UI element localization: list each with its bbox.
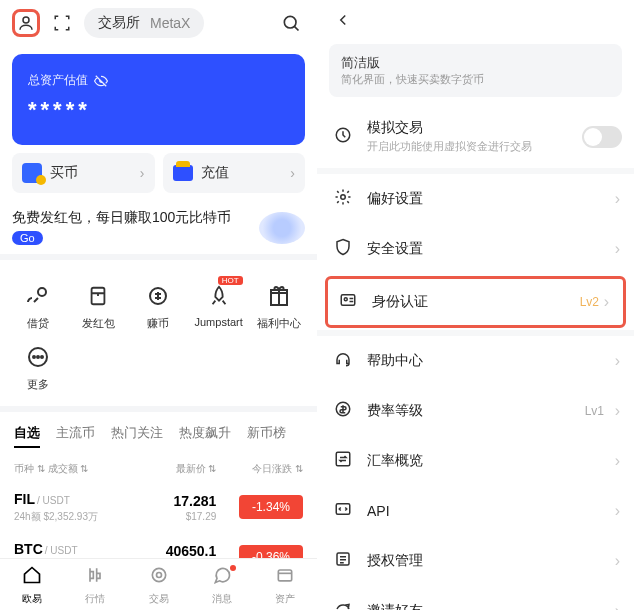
coin-icon [144,282,172,310]
gear-icon [333,188,353,210]
gift-icon [265,282,293,310]
sim-icon [333,126,353,148]
settings-dollar[interactable]: 费率等级Lv1 [317,386,634,436]
svg-point-8 [41,356,43,358]
lite-banner[interactable]: 简洁版 简化界面，快速买卖数字货币 [329,44,622,97]
market-row[interactable]: FIL/ USDT24h额 $2,352.93万17.281$17.29-1.3… [0,482,317,532]
settings-auth[interactable]: 授权管理 [317,536,634,586]
buy-button[interactable]: 买币 [12,153,155,193]
grid-label: 借贷 [27,316,49,331]
more-icon [24,343,52,371]
identity-row[interactable]: 身份认证 Lv2 [328,279,623,325]
banner-desc: 简化界面，快速买卖数字货币 [341,72,484,87]
go-badge: Go [12,231,43,245]
tab-4[interactable]: 新币榜 [247,424,286,448]
tabbar-4[interactable]: 资产 [254,565,317,606]
grid-gift[interactable]: 福利中心 [249,276,309,337]
tabbar-1[interactable]: 行情 [63,565,126,606]
deposit-button[interactable]: 充值 [163,153,306,193]
market-tabs: 自选主流币热门关注热度飙升新币榜 [0,406,317,456]
grid-label: 赚币 [147,316,169,331]
svg-point-7 [37,356,39,358]
balance-value: ***** [28,97,289,123]
svg-point-10 [156,573,161,578]
code-icon [333,500,353,522]
exchange-icon [333,450,353,472]
banner-title: 简洁版 [341,54,484,72]
settings-gear[interactable]: 偏好设置 [317,174,634,224]
promo-banner[interactable]: 免费发红包，每日赚取100元比特币 Go [12,209,305,246]
grid-coin[interactable]: 赚币 [128,276,188,337]
tab-2[interactable]: 热门关注 [111,424,163,448]
back-icon[interactable] [329,6,357,34]
svg-point-6 [33,356,35,358]
rocket-icon: HOT [205,282,233,310]
grid-label: 更多 [27,377,49,392]
settings-headset[interactable]: 帮助中心 [317,336,634,386]
identity-label: 身份认证 [372,293,566,311]
grid-packet[interactable]: 发红包 [68,276,128,337]
tab-3[interactable]: 热度飙升 [179,424,231,448]
pill-exchange: 交易所 [98,14,140,32]
svg-rect-17 [336,452,350,466]
promo-image [259,212,305,244]
credit-icon [24,282,52,310]
svg-point-0 [23,17,29,23]
settings-screen: 简洁版 简化界面，快速买卖数字货币 模拟交易 开启此功能使用虚拟资金进行交易 偏… [317,0,634,610]
pill-metax: MetaX [150,15,190,31]
packet-icon [84,282,112,310]
settings-code[interactable]: API [317,486,634,536]
svg-point-1 [284,16,296,28]
grid-credit[interactable]: 借贷 [8,276,68,337]
balance-card[interactable]: 总资产估值 ***** [12,54,305,145]
svg-rect-14 [341,295,355,306]
svg-point-13 [341,195,346,200]
auth-icon [333,550,353,572]
grid-more[interactable]: 更多 [8,337,68,398]
grid-label: 福利中心 [257,316,301,331]
promo-text: 免费发红包，每日赚取100元比特币 [12,209,231,227]
buy-icon [22,163,42,183]
svg-rect-11 [279,570,292,581]
shield-icon [333,238,353,260]
tab-1[interactable]: 主流币 [56,424,95,448]
eye-off-icon [94,74,108,88]
settings-exchange[interactable]: 汇率概览 [317,436,634,486]
scan-icon[interactable] [48,9,76,37]
svg-point-15 [344,298,347,301]
settings-header [317,0,634,40]
action-row: 买币 充值 [0,153,317,193]
share-icon [333,600,353,610]
table-header: 币种 ⇅ 成交额 ⇅ 最新价 ⇅ 今日涨跌 ⇅ [0,456,317,482]
tabbar-2[interactable]: 交易 [127,565,190,606]
sim-desc: 开启此功能使用虚拟资金进行交易 [367,139,568,154]
sim-trading-row[interactable]: 模拟交易 开启此功能使用虚拟资金进行交易 [317,105,634,168]
tabbar-3[interactable]: 消息 [190,565,253,606]
grid-rocket[interactable]: HOTJumpstart [189,276,249,337]
main-screen: 交易所 MetaX 总资产估值 ***** 买币 充值 免费发红包，每日赚取10… [0,0,317,610]
tabbar-0[interactable]: 欧易 [0,565,63,606]
sim-label: 模拟交易 [367,119,568,137]
mode-pill[interactable]: 交易所 MetaX [84,8,204,38]
identity-highlight: 身份认证 Lv2 [325,276,626,328]
header: 交易所 MetaX [0,0,317,46]
settings-share[interactable]: 邀请好友 [317,586,634,610]
headset-icon [333,350,353,372]
shortcut-grid: 借贷发红包赚币HOTJumpstart福利中心更多 [0,254,317,406]
balance-label: 总资产估值 [28,72,289,89]
grid-label: Jumpstart [195,316,243,328]
tab-0[interactable]: 自选 [14,424,40,448]
svg-point-9 [152,568,165,581]
settings-shield[interactable]: 安全设置 [317,224,634,274]
grid-label: 发红包 [82,316,115,331]
wallet-icon [173,165,193,181]
sim-toggle[interactable] [582,126,622,148]
profile-icon[interactable] [12,9,40,37]
id-icon [338,291,358,313]
dollar-icon [333,400,353,422]
search-icon[interactable] [277,9,305,37]
tabbar: 欧易行情交易消息资产 [0,558,317,610]
identity-badge: Lv2 [580,295,599,309]
